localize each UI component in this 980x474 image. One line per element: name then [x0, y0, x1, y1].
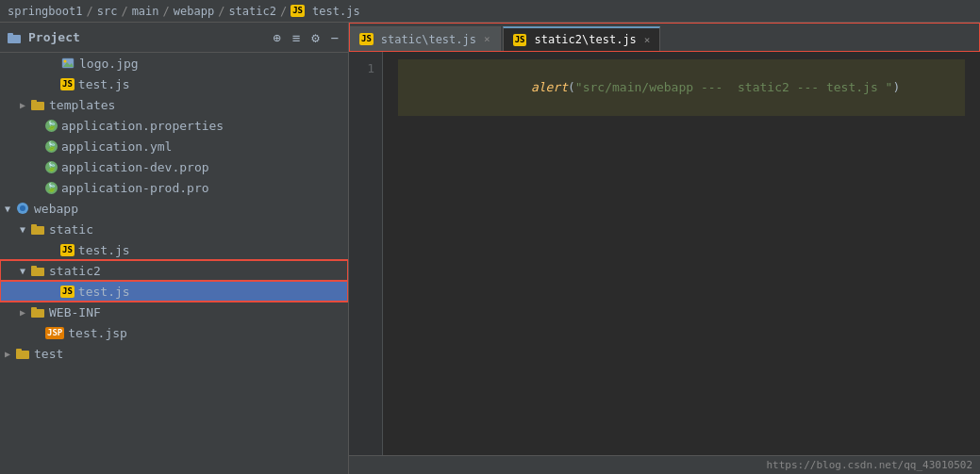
tab-bar: JS static\test.js × JS static2\test.js × [349, 23, 980, 52]
tree-item-webapp[interactable]: ▼ webapp [0, 198, 348, 219]
sidebar-tree: logo.jpg JS test.js ▶ templates [0, 53, 348, 474]
testjs3-label: test.js [78, 285, 130, 299]
svg-rect-5 [31, 102, 44, 110]
testjs1-label: test.js [78, 77, 130, 91]
code-area: 1 alert("src/main/webapp --- static2 ---… [349, 52, 980, 455]
js-icon-breadcrumb: JS [291, 5, 305, 17]
folder-icon-webapp [15, 202, 30, 215]
code-fn-alert: alert [531, 80, 568, 94]
leaf-icon-prop: 🍃 [45, 120, 58, 132]
line-numbers: 1 [349, 52, 383, 455]
webinf-label: WEB-INF [49, 305, 101, 319]
breadcrumb-main: main [132, 5, 159, 18]
sidebar-add-btn[interactable]: ⊕ [271, 28, 282, 47]
sidebar-minimize-btn[interactable]: − [329, 28, 341, 47]
arrow-static: ▼ [15, 224, 30, 235]
tree-item-static[interactable]: ▼ static [0, 219, 348, 239]
status-bar: https://blog.csdn.net/qq_43010502 [349, 455, 980, 474]
code-content[interactable]: alert("src/main/webapp --- static2 --- t… [383, 52, 980, 455]
js-icon-tab1: JS [359, 33, 374, 45]
tree-item-templates[interactable]: ▶ templates [0, 94, 348, 115]
js-icon-testjs2: JS [60, 244, 75, 256]
svg-rect-6 [31, 100, 37, 103]
static-label: static [49, 222, 93, 237]
test-folder-label: test [34, 347, 63, 361]
folder-icon-webinf [30, 305, 45, 319]
code-str-1: "src/main/webapp --- static2 --- test.js… [575, 80, 893, 94]
sidebar-title: Project [28, 30, 263, 44]
folder-icon-static [30, 222, 45, 236]
svg-rect-12 [31, 266, 37, 269]
arrow-webapp: ▼ [0, 204, 15, 214]
tree-item-webinf[interactable]: ▶ WEB-INF [0, 302, 348, 322]
tree-item-logo[interactable]: logo.jpg [0, 53, 348, 74]
svg-rect-16 [16, 349, 22, 351]
app-prop-label: application.properties [61, 119, 224, 133]
tree-item-app-prod[interactable]: 🍃 application-prod.pro [0, 177, 348, 198]
templates-label: templates [49, 98, 115, 112]
svg-rect-11 [31, 268, 44, 276]
logo-label: logo.jpg [79, 57, 139, 71]
sidebar-header: Project ⊕ ≡ ⚙ − [0, 23, 348, 53]
arrow-static2: ▼ [15, 266, 30, 276]
breadcrumb-bar: springboot1 / src / main / webapp / stat… [0, 0, 980, 23]
status-url: https://blog.csdn.net/qq_43010502 [766, 459, 972, 471]
svg-rect-10 [31, 224, 37, 227]
svg-rect-14 [31, 307, 37, 310]
svg-rect-9 [31, 226, 44, 235]
breadcrumb-project: springboot1 [8, 5, 82, 18]
folder-icon-header [8, 32, 21, 43]
tab1-label: static\test.js [381, 33, 476, 46]
leaf-icon-prod: 🍃 [45, 182, 58, 194]
line-number-1: 1 [357, 59, 374, 78]
arrow-webinf: ▶ [15, 307, 30, 318]
svg-rect-13 [31, 309, 44, 318]
testjs2-label: test.js [78, 243, 130, 257]
tree-item-testjsp[interactable]: JSP test.jsp [0, 322, 348, 343]
svg-rect-15 [16, 351, 29, 359]
editor-area: JS static\test.js × JS static2\test.js ×… [349, 23, 980, 474]
svg-point-8 [20, 205, 25, 211]
sidebar-layout-btn[interactable]: ≡ [291, 28, 302, 47]
testjsp-label: test.jsp [68, 326, 127, 340]
tab2-label: static2\test.js [534, 33, 636, 46]
code-line-1: alert("src/main/webapp --- static2 --- t… [398, 59, 965, 116]
main-layout: Project ⊕ ≡ ⚙ − logo.jpg [0, 23, 980, 474]
app-prod-label: application-prod.pro [61, 181, 209, 195]
svg-rect-1 [8, 33, 13, 36]
tree-item-app-yml[interactable]: 🍃 application.yml [0, 136, 348, 156]
breadcrumb-static2: static2 [228, 5, 276, 18]
tree-item-testjs1[interactable]: JS test.js [0, 74, 348, 94]
jsp-icon-testjsp: JSP [45, 327, 64, 339]
tab-static2-test[interactable]: JS static2\test.js × [503, 26, 661, 51]
tree-item-app-dev[interactable]: 🍃 application-dev.prop [0, 156, 348, 177]
leaf-icon-yml: 🍃 [45, 140, 58, 153]
breadcrumb-file: test.js [312, 5, 360, 18]
arrow-templates: ▶ [15, 100, 30, 110]
static2-label: static2 [49, 264, 101, 278]
tree-item-test-folder[interactable]: ▶ test [0, 343, 348, 364]
tree-item-static2[interactable]: ▼ static2 [0, 260, 348, 281]
breadcrumb-webapp: webapp [174, 5, 214, 18]
tab-static-test[interactable]: JS static\test.js × [349, 26, 501, 51]
js-icon-testjs1: JS [60, 78, 75, 90]
folder-icon-templates [30, 98, 45, 111]
webapp-label: webapp [34, 202, 78, 216]
tab2-close[interactable]: × [644, 34, 651, 46]
folder-icon-static2 [30, 264, 45, 277]
leaf-icon-dev: 🍃 [45, 161, 58, 173]
js-icon-testjs3: JS [60, 286, 75, 298]
folder-icon-test [15, 347, 30, 360]
app-yml-label: application.yml [61, 139, 172, 154]
sidebar-settings-btn[interactable]: ⚙ [309, 28, 321, 47]
svg-rect-0 [8, 35, 21, 43]
arrow-test-folder: ▶ [0, 349, 15, 359]
tree-item-testjs3[interactable]: JS test.js [0, 281, 348, 302]
tree-item-app-prop[interactable]: 🍃 application.properties [0, 115, 348, 136]
img-icon [60, 57, 75, 70]
svg-point-3 [64, 60, 67, 63]
sidebar: Project ⊕ ≡ ⚙ − logo.jpg [0, 23, 349, 474]
tab1-close[interactable]: × [484, 33, 490, 45]
js-icon-tab2: JS [513, 34, 527, 46]
tree-item-testjs2[interactable]: JS test.js [0, 239, 348, 260]
